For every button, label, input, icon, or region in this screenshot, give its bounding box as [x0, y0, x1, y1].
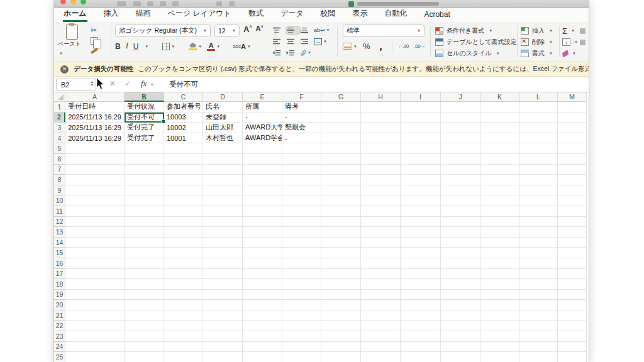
cell-I23[interactable] [401, 331, 441, 342]
ribbon-tab-数式[interactable]: 数式 [248, 6, 264, 22]
font-color-button[interactable]: A▼ [207, 42, 220, 51]
cell-K25[interactable] [480, 352, 519, 362]
cell-B10[interactable] [125, 195, 164, 206]
cell-B8[interactable] [125, 175, 164, 185]
cell-I9[interactable] [401, 185, 441, 196]
cell-I12[interactable] [401, 217, 441, 228]
row-header-25[interactable]: 25 [54, 352, 65, 362]
cell-M2[interactable] [558, 112, 587, 123]
cell-A10[interactable] [65, 195, 125, 206]
cell-E24[interactable] [243, 342, 282, 353]
row-header-6[interactable]: 6 [54, 154, 65, 165]
cell-M8[interactable] [558, 175, 587, 185]
cell-B18[interactable] [125, 279, 164, 290]
cell-A13[interactable] [65, 227, 125, 238]
cell-F23[interactable] [282, 331, 321, 342]
italic-button[interactable]: I [126, 41, 128, 51]
cell-L10[interactable] [519, 195, 558, 206]
styles-button-セルのスタイル[interactable]: セルのスタイル▼ [435, 48, 525, 59]
column-header-K[interactable]: K [480, 92, 519, 102]
cell-M10[interactable] [558, 195, 587, 206]
column-header-C[interactable]: C [164, 92, 203, 102]
cell-A24[interactable] [65, 342, 125, 353]
cell-I3[interactable] [401, 123, 441, 133]
cell-A5[interactable] [65, 143, 125, 154]
cell-H7[interactable] [361, 165, 401, 175]
cell-J17[interactable] [441, 269, 480, 280]
minimize-window-button[interactable] [70, 0, 76, 4]
row-header-18[interactable]: 18 [54, 279, 65, 290]
cell-J24[interactable] [441, 342, 480, 353]
cell-C10[interactable] [164, 195, 203, 206]
cell-D1[interactable]: 氏名 [203, 102, 243, 112]
cell-D3[interactable]: 山田太郎 [203, 123, 243, 133]
cell-E6[interactable] [243, 154, 282, 165]
row-header-4[interactable]: 4 [54, 133, 65, 144]
cell-F12[interactable] [282, 217, 321, 228]
cell-L7[interactable] [519, 165, 558, 175]
cell-C17[interactable] [164, 269, 203, 280]
cell-E16[interactable] [243, 258, 282, 269]
cell-D12[interactable] [203, 217, 243, 228]
cell-G19[interactable] [321, 290, 361, 300]
cell-K15[interactable] [480, 248, 519, 258]
cell-B3[interactable]: 受付完了 [125, 123, 164, 133]
cell-A3[interactable]: 2025/11/13 16:29 [65, 123, 125, 133]
cell-I16[interactable] [401, 258, 441, 269]
zoom-window-button[interactable] [80, 0, 86, 4]
cell-J6[interactable] [441, 154, 480, 165]
cell-I25[interactable] [401, 352, 441, 362]
comma-style-button[interactable]: ， [376, 43, 386, 50]
cell-E18[interactable] [243, 279, 282, 290]
cell-F24[interactable] [282, 342, 321, 353]
cell-I7[interactable] [401, 165, 441, 175]
merge-center-button[interactable]: ↔▼ [314, 38, 335, 45]
cell-D11[interactable] [203, 206, 243, 217]
cell-A12[interactable] [65, 217, 125, 228]
cell-I2[interactable] [401, 112, 441, 123]
cell-E5[interactable] [243, 143, 282, 154]
format-painter-icon[interactable] [91, 48, 98, 54]
cell-C13[interactable] [164, 227, 203, 238]
cell-L25[interactable] [519, 352, 558, 362]
cell-B7[interactable] [125, 165, 164, 175]
cell-K14[interactable] [480, 238, 519, 248]
cell-C25[interactable] [164, 352, 203, 362]
cell-I19[interactable] [401, 290, 441, 300]
cell-J1[interactable] [441, 102, 480, 112]
cell-B14[interactable] [125, 238, 164, 248]
cell-J12[interactable] [441, 217, 480, 228]
cell-L6[interactable] [519, 154, 558, 165]
cell-M13[interactable] [558, 227, 587, 238]
cell-B15[interactable] [125, 248, 164, 258]
cell-C22[interactable] [164, 321, 203, 331]
ribbon-tab-表示[interactable]: 表示 [352, 6, 368, 22]
cell-D10[interactable] [203, 195, 243, 206]
ribbon-tab-Acrobat[interactable]: Acrobat [423, 8, 450, 22]
cell-L4[interactable] [519, 133, 558, 144]
cell-B24[interactable] [125, 342, 164, 353]
search-icon[interactable] [216, 1, 222, 6]
ribbon-tab-描画[interactable]: 描画 [135, 6, 152, 22]
confirm-entry-icon[interactable]: ✓ [125, 79, 131, 88]
cell-K5[interactable] [480, 143, 519, 154]
cell-E21[interactable] [243, 310, 282, 321]
cell-H8[interactable] [361, 175, 401, 185]
cell-G14[interactable] [321, 238, 361, 248]
cell-J5[interactable] [441, 143, 480, 154]
cell-H10[interactable] [361, 195, 401, 206]
save-icon[interactable] [133, 1, 141, 6]
cell-L18[interactable] [519, 279, 558, 290]
cell-H12[interactable] [361, 217, 401, 228]
close-window-button[interactable] [60, 0, 66, 4]
cell-D23[interactable] [203, 331, 243, 342]
align-middle-button[interactable] [286, 27, 300, 34]
cell-E25[interactable] [243, 352, 282, 362]
cell-J8[interactable] [441, 175, 480, 185]
cell-L16[interactable] [519, 258, 558, 269]
cell-G11[interactable] [321, 206, 361, 217]
cell-D18[interactable] [203, 279, 243, 290]
cell-C11[interactable] [164, 206, 203, 217]
column-header-D[interactable]: D [203, 92, 243, 102]
cell-H14[interactable] [361, 238, 401, 248]
